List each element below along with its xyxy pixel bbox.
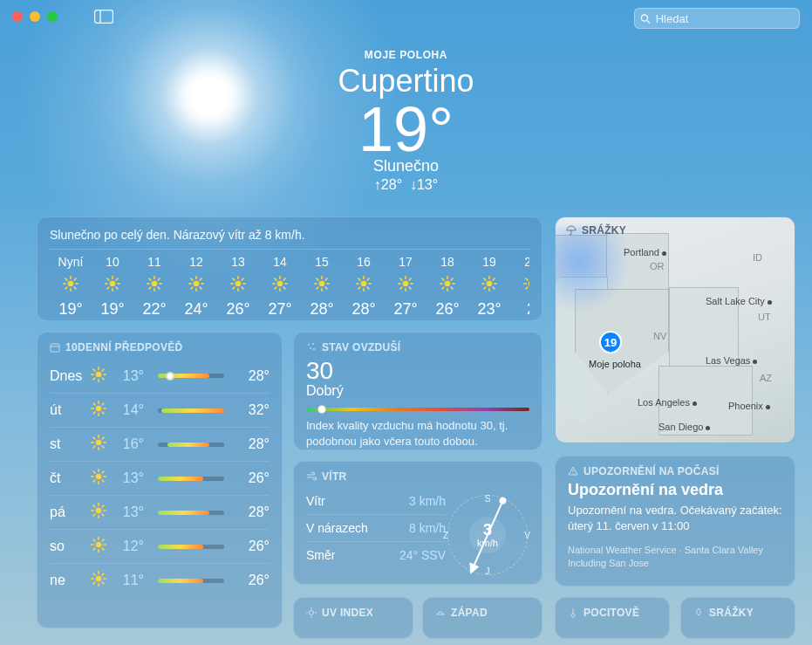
hour-temp: 19° (92, 300, 133, 319)
toggle-sidebar-button[interactable] (94, 9, 113, 24)
uv-index-tile[interactable]: UV INDEX (293, 597, 413, 639)
fullscreen-window-button[interactable] (47, 11, 58, 22)
forecast-row[interactable]: út14°32° (50, 393, 270, 427)
svg-line-164 (93, 539, 95, 541)
minimize-window-button[interactable] (30, 11, 40, 22)
hour-temp: 26° (217, 300, 259, 319)
hour-cell: 1224° (175, 255, 217, 319)
svg-line-130 (93, 412, 95, 414)
current-conditions-hero: MOJE POLOHA Cupertino 19° Slunečno ↑28° … (0, 49, 812, 193)
search-input[interactable] (656, 12, 794, 25)
svg-line-75 (367, 278, 369, 280)
aqi-scale (306, 408, 529, 411)
hour-temp: 28° (343, 300, 385, 319)
hour-label: Nyní (50, 255, 92, 269)
forecast-row[interactable]: ne11°26° (50, 563, 270, 597)
hourly-summary: Slunečno po celý den. Nárazový vítr až 8… (50, 228, 529, 250)
hour-temp: 19° (50, 300, 92, 319)
sun-icon (510, 274, 529, 293)
low-temp: 13° (116, 470, 151, 486)
sun-icon (90, 366, 116, 387)
day-label: út (50, 402, 90, 418)
sun-icon (50, 274, 92, 293)
svg-line-119 (93, 369, 95, 371)
sun-icon (90, 570, 116, 591)
svg-line-72 (358, 278, 360, 280)
wind-row: V nárazech8 km/h (306, 515, 446, 542)
svg-point-168 (96, 576, 102, 582)
svg-line-156 (102, 514, 104, 516)
svg-line-148 (93, 480, 95, 482)
low-temp: 13° (116, 504, 151, 520)
svg-point-31 (194, 281, 200, 287)
svg-line-131 (102, 403, 104, 405)
sun-icon (259, 274, 301, 293)
svg-line-128 (93, 403, 95, 405)
aqi-label: Dobrý (306, 383, 529, 399)
svg-point-181 (498, 496, 508, 505)
sun-icon (343, 274, 385, 293)
forecast-row[interactable]: čt13°26° (50, 461, 270, 495)
hour-label: 19 (468, 255, 510, 269)
day-label: st (50, 436, 90, 452)
hour-cell: 1427° (259, 255, 301, 319)
weather-alert-card[interactable]: UPOZORNĚNÍ NA POČASÍ Upozornění na vedra… (555, 456, 795, 587)
high-temp: 26° (231, 470, 270, 486)
my-location-pin[interactable]: 19 (599, 331, 622, 353)
sun-icon (92, 274, 133, 293)
ten-day-forecast-card[interactable]: 10DENNÍ PŘEDPOVĚĎ Dnes13°28°út14°32°st16… (37, 332, 283, 628)
forecast-row[interactable]: so12°26° (50, 529, 270, 563)
wind-card[interactable]: VÍTR Vítr3 km/hV nárazech8 km/hSměr24° S… (293, 461, 542, 585)
hour-temp: 27° (259, 300, 301, 319)
svg-line-93 (451, 278, 453, 280)
hour-cell: 1019° (92, 255, 133, 319)
hour-label: 11 (133, 255, 175, 269)
hour-temp: 24° (175, 300, 217, 319)
svg-line-146 (93, 471, 95, 473)
svg-line-167 (102, 539, 104, 541)
low-temp: 11° (116, 573, 151, 588)
aqi-description: Index kvality vzduchu má hodnotu 30, tj.… (306, 418, 529, 449)
map-canvas[interactable]: PortlandSalt Lake CityLas VegasLos Angel… (556, 217, 795, 443)
precipitation-tile[interactable]: SRÁŽKY (680, 597, 795, 639)
hour-cell: 1727° (385, 255, 426, 319)
svg-line-74 (358, 287, 360, 289)
svg-line-147 (102, 480, 104, 482)
search-field[interactable] (634, 8, 800, 29)
precipitation-map-card[interactable]: SRÁŽKY PortlandSalt Lake CityLas VegasLo… (555, 216, 795, 443)
svg-line-48 (242, 278, 243, 280)
svg-line-29 (149, 287, 151, 289)
sunset-icon (435, 607, 446, 618)
ten-day-header: 10DENNÍ PŘEDPOVĚĎ (50, 341, 270, 353)
forecast-row[interactable]: Dnes13°28° (50, 359, 270, 393)
svg-line-84 (409, 278, 411, 280)
hour-temp: 28° (301, 300, 343, 319)
svg-point-184 (572, 473, 573, 474)
close-window-button[interactable] (12, 11, 23, 22)
hour-temp: 22° (133, 300, 175, 319)
sunset-tile[interactable]: ZÁPAD (422, 597, 542, 639)
svg-point-114 (96, 371, 102, 377)
wind-icon (306, 471, 317, 482)
forecast-row[interactable]: pá13°28° (50, 495, 270, 529)
svg-line-11 (65, 287, 67, 289)
aqi-value: 30 (306, 357, 529, 385)
svg-line-92 (442, 287, 444, 289)
svg-point-4 (68, 281, 74, 287)
svg-line-175 (93, 582, 95, 584)
map-header: SRÁŽKY (566, 224, 626, 237)
forecast-row[interactable]: st16°28° (50, 427, 270, 461)
air-quality-card[interactable]: STAV OVZDUŠÍ 30 Dobrý Index kvality vzdu… (293, 332, 542, 450)
current-temperature: 19° (0, 98, 812, 161)
svg-line-149 (102, 471, 104, 473)
svg-line-139 (93, 446, 95, 448)
svg-point-13 (110, 281, 116, 287)
hourly-forecast-card[interactable]: Slunečno po celý den. Nárazový vítr až 8… (37, 216, 542, 321)
svg-point-185 (310, 611, 314, 615)
feels-like-tile[interactable]: POCITOVĚ (555, 597, 670, 639)
temp-range-bar (158, 477, 224, 481)
map-state-label: OR (650, 261, 665, 271)
svg-line-3 (647, 20, 650, 23)
temp-range-bar (158, 443, 224, 447)
svg-point-178 (312, 343, 314, 345)
